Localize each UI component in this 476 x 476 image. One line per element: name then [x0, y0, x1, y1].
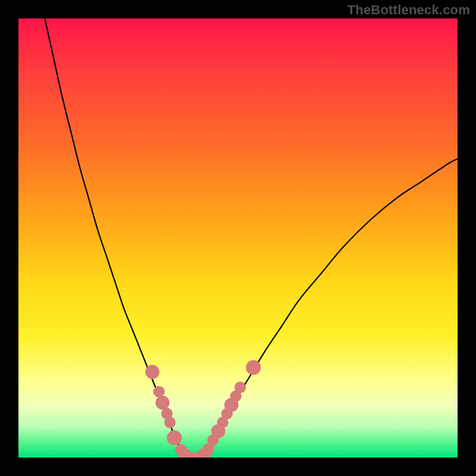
watermark-text: TheBottleneck.com [347, 2, 470, 18]
chart-gradient-background [18, 18, 458, 458]
page-root: TheBottleneck.com [0, 0, 476, 476]
